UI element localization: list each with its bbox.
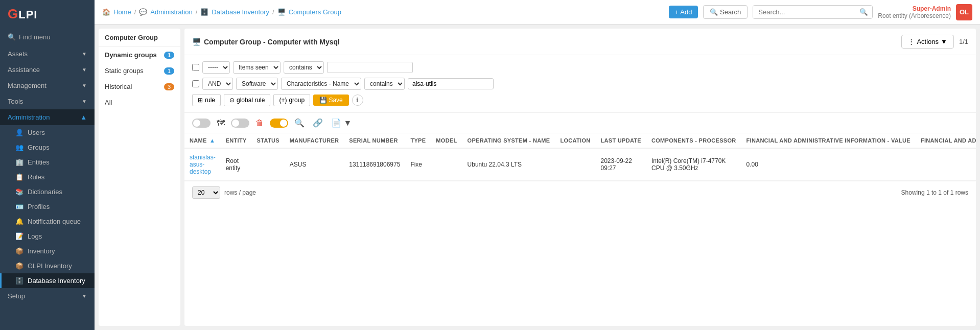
filter-field-select-1[interactable]: ----- [202,61,230,74]
cell-manufacturer: ASUS [285,148,344,181]
dynamic-groups-badge: 1 [164,52,174,59]
col-name: NAME ▲ [184,133,221,148]
sort-arrow-name: ▲ [209,137,215,144]
data-table: NAME ▲ ENTITY STATUS MANUFACTURER SERIAL… [184,133,976,181]
filter-row-1: ----- Items seen contains [192,61,968,74]
toggle-dot-2 [232,120,239,127]
sidebar-section-assistance[interactable]: Assistance ▼ [0,62,95,78]
filter-contains-select-1[interactable]: contains [284,61,324,74]
right-panel: 🖥️ Computer Group - Computer with Mysql … [184,29,976,326]
breadcrumb-admin-icon: 💬 [139,8,147,16]
col-fin-value: FINANCIAL AND ADMINISTRATIVE INFORMATION… [741,133,916,148]
avatar[interactable]: OL [956,4,972,20]
find-menu-button[interactable]: 🔍 Find menu [0,28,95,46]
search-button[interactable]: 🔍 Search [703,5,748,19]
sidebar-item-dictionaries[interactable]: 📚 Dictionaries [0,184,95,199]
actions-dropdown-button[interactable]: ⋮ Actions ▼ [901,35,954,49]
rule-button[interactable]: ⊞ rule [192,94,221,106]
left-panel: Computer Group Dynamic groups 1 Static g… [99,29,180,326]
table-container: NAME ▲ ENTITY STATUS MANUFACTURER SERIAL… [184,133,976,181]
toggle-pill-3[interactable] [270,119,288,128]
sidebar-item-users[interactable]: 👤 Users [0,125,95,140]
filter-contains-select-2[interactable]: contains [364,78,405,90]
filter-software-select[interactable]: Software [236,78,278,90]
rows-per-page-select[interactable]: 20 50 100 [192,186,220,199]
sidebar-item-notification-queue[interactable]: 🔔 Notification queue [0,214,95,229]
breadcrumb-database-inventory[interactable]: Database Inventory [212,8,269,16]
sidebar-item-database-inventory[interactable]: 🗄️ Database Inventory [0,273,95,288]
search-input[interactable] [753,6,855,18]
toggle-1[interactable] [192,119,211,128]
sidebar-section-setup[interactable]: Setup ▼ [0,288,95,304]
delete-button[interactable]: 🗑 [253,117,266,129]
search-icon-button[interactable]: 🔍 [855,6,872,18]
export-button[interactable]: 📄 ▼ [329,117,354,129]
left-panel-item-dynamic-groups[interactable]: Dynamic groups 1 [99,47,180,63]
sidebar-section-management[interactable]: Management ▼ [0,78,95,93]
toggle-2[interactable] [231,119,249,128]
col-type: TYPE [405,133,431,148]
filter-items-seen-select[interactable]: Items seen [233,61,281,74]
dynamic-groups-label: Dynamic groups [105,51,157,59]
breadcrumb-administration[interactable]: Administration [150,8,192,16]
filter-and-select[interactable]: AND [202,78,233,90]
sidebar-item-logs[interactable]: 📝 Logs [0,229,95,244]
search-table-button[interactable]: 🔍 [292,117,307,129]
sidebar-item-rules[interactable]: 📋 Rules [0,170,95,184]
filter-row-1-checkbox[interactable] [192,64,199,71]
actions-label: Actions [917,38,939,45]
info-button[interactable]: ℹ [352,95,363,106]
col-location: LOCATION [555,133,595,148]
filter-characteristics-name-select[interactable]: Characteristics - Name [281,78,361,90]
left-panel-item-all[interactable]: All [99,95,180,110]
sidebar-section-administration[interactable]: Administration ▲ [0,109,95,125]
toggle-dot-3 [280,120,287,127]
col-os-name: OPERATING SYSTEM - NAME [462,133,555,148]
filter-row-2-checkbox[interactable] [192,80,199,87]
breadcrumb-home[interactable]: Home [113,8,131,16]
link-button[interactable]: 🔗 [311,117,325,129]
sidebar-item-entities[interactable]: 🏢 Entities [0,155,95,170]
sidebar-section-tools[interactable]: Tools ▼ [0,93,95,109]
cell-name: stanislas-asus-desktop [184,148,221,181]
user-icon: 👤 [15,129,24,136]
filter-value-2[interactable] [408,78,494,89]
sidebar-item-inventory[interactable]: 📦 Inventory [0,244,95,258]
global-rule-button[interactable]: ⊙ global rule [224,94,270,106]
left-panel-item-static-groups[interactable]: Static groups 1 [99,63,180,79]
chevron-down-icon: ▼ [941,38,947,45]
global-rule-label: global rule [237,97,265,104]
table-row: stanislas-asus-desktop Root entity ASUS … [184,148,976,181]
chevron-down-icon: ▼ [82,83,87,88]
toggle-pill-1[interactable] [192,119,211,128]
col-fin-date: FINANCIAL AND ADMINISTRATIVE INFORMATION… [916,133,976,148]
toggle-3[interactable] [270,119,288,128]
sidebar-logo: GLPI [0,0,95,28]
left-panel-item-historical[interactable]: Historical 3 [99,79,180,95]
filter-value-1[interactable] [327,62,413,73]
computer-name-link[interactable]: stanislas-asus-desktop [190,154,216,175]
group-button[interactable]: (+) group [273,94,310,106]
table-toolbar: 🗺 🗑 🔍 🔗 📄 ▼ [184,113,976,133]
pagination-text: 1/1 [959,38,968,45]
content-area: Computer Group Dynamic groups 1 Static g… [95,25,980,330]
sidebar-item-groups[interactable]: 👥 Groups [0,140,95,155]
database-inventory-icon: 🗄️ [15,277,24,285]
cell-last-update: 2023-09-22 09:27 [596,148,646,181]
toggle-pill-2[interactable] [231,119,249,128]
static-groups-badge: 1 [164,67,174,75]
save-button[interactable]: 💾 Save [313,95,349,106]
breadcrumb-sep-2: / [196,8,198,16]
sidebar-item-profiles[interactable]: 🪪 Profiles [0,199,95,214]
col-model: MODEL [431,133,462,148]
sidebar-item-glpi-inventory[interactable]: 📦 GLPI Inventory [0,258,95,273]
users-label: Users [28,129,45,136]
username[interactable]: Super-Admin [878,5,951,12]
sidebar-section-assets[interactable]: Assets ▼ [0,46,95,62]
map-button[interactable]: 🗺 [215,117,227,129]
add-button[interactable]: + Add [669,6,698,18]
profiles-icon: 🪪 [15,203,24,210]
search-box: 🔍 [753,5,873,19]
cell-fin-value: 0.00 [741,148,916,181]
breadcrumb-computers-group[interactable]: Computers Group [289,8,341,16]
